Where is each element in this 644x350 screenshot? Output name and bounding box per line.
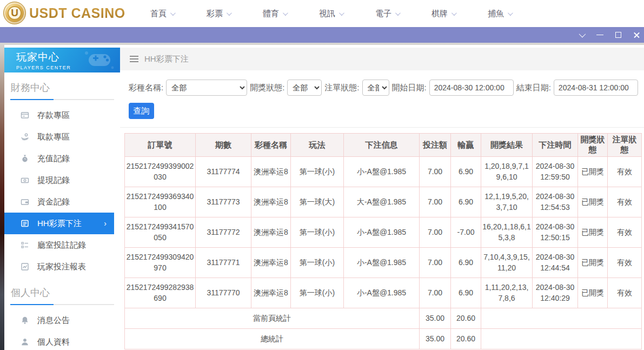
nav-item-label: 電子 xyxy=(375,9,391,19)
content-area: HH彩票下注 彩種名稱: 全部 開獎狀態: 全部 注單狀態: 全部 開始日期: … xyxy=(120,45,644,350)
winloss-total: 20.60 xyxy=(451,329,481,349)
cell: 6.90 xyxy=(451,248,481,278)
logo[interactable]: U USDT CASINO xyxy=(3,2,125,24)
cell: 有效 xyxy=(608,248,642,278)
divider xyxy=(10,99,114,100)
cell: 31177770 xyxy=(196,278,251,308)
cell: 7.00 xyxy=(420,248,451,278)
cell: 小-A盤@1.985 xyxy=(344,278,420,308)
nav-item-6[interactable]: 棋牌 xyxy=(415,9,472,19)
window-collapse-icon[interactable] xyxy=(577,31,586,39)
bets-table: 訂單號期數彩種名稱玩法下注信息投注額輸贏開獎結果下注時間開獎狀態注單狀態2152… xyxy=(124,133,642,349)
sidebar-item-label: 資金記錄 xyxy=(37,197,70,207)
filter-area: 彩種名稱: 全部 開獎狀態: 全部 注單狀態: 全部 開始日期: 結束日期: 查… xyxy=(120,70,644,128)
chevron-down-icon xyxy=(227,10,232,16)
cell: 小-A盤@1.985 xyxy=(344,217,420,248)
window-titlebar xyxy=(0,27,644,43)
document-icon xyxy=(21,219,29,228)
cell: 6.90 xyxy=(451,157,481,187)
cell: 12,1,19,5,20,3,7,10 xyxy=(481,187,533,217)
cell: 有效 xyxy=(608,157,642,187)
window-minimize-icon[interactable] xyxy=(596,31,604,39)
table-row: 215217249934157005031177772澳洲幸运8第一球(小)小-… xyxy=(125,217,642,248)
deposit-card-icon xyxy=(21,111,29,120)
breadcrumb: HH彩票下注 xyxy=(120,48,644,70)
sidebar-item-消息公告[interactable]: 消息公告 xyxy=(4,309,120,331)
sidebar: 玩家中心 PLAYERS CENTER 財務中心存款專區取款專區充值記錄提現記錄… xyxy=(4,45,120,350)
window-close-icon[interactable] xyxy=(633,31,641,39)
query-button[interactable]: 查詢 xyxy=(129,103,154,119)
chevron-down-icon xyxy=(452,10,457,16)
hamburger-icon[interactable] xyxy=(130,54,138,64)
cell: 有效 xyxy=(608,278,642,308)
end-date-input[interactable] xyxy=(554,80,638,96)
bet-total: 35.00 xyxy=(420,329,451,349)
cell: 2152172499399002030 xyxy=(125,157,196,187)
cell: 澳洲幸运8 xyxy=(251,278,291,308)
top-header: U USDT CASINO 首頁彩票體育視訊電子棋牌捕魚 xyxy=(0,0,644,27)
cell: 澳洲幸运8 xyxy=(251,187,291,217)
sidebar-item-取款專區[interactable]: 取款專區 xyxy=(4,126,120,148)
current-page-stats-row: 當前頁統計35.0020.60 xyxy=(125,308,642,329)
column-header: 下注信息 xyxy=(344,134,420,157)
lottery-name-select[interactable]: 全部 xyxy=(166,80,247,96)
table-header-row: 訂單號期數彩種名稱玩法下注信息投注額輸贏開獎結果下注時間開獎狀態注單狀態 xyxy=(125,134,642,157)
chevron-down-icon xyxy=(339,10,344,16)
section-title-finance: 財務中心 xyxy=(11,81,120,94)
nav-item-5[interactable]: 電子 xyxy=(359,9,415,19)
total-stats-row: 總統計35.0020.60 xyxy=(125,329,642,349)
sidebar-item-label: 消息公告 xyxy=(37,315,70,326)
window-maximize-icon[interactable] xyxy=(614,31,622,39)
banknote-icon xyxy=(21,176,29,184)
start-date-input[interactable] xyxy=(429,80,514,96)
sidebar-item-label: HH彩票下注 xyxy=(37,219,82,229)
sidebar-item-個人資料[interactable]: 個人資料 xyxy=(4,331,120,350)
cell: 2024-08-30 12:40:29 xyxy=(533,278,578,308)
cell: 有效 xyxy=(608,217,642,248)
nav-item-3[interactable]: 體育 xyxy=(247,9,303,19)
gamepad-icon xyxy=(81,50,116,70)
column-header: 玩法 xyxy=(291,134,344,157)
moneybag-icon xyxy=(21,154,29,163)
order-status-select[interactable]: 全部 xyxy=(362,80,389,96)
nav-item-1[interactable]: 首頁 xyxy=(134,9,190,19)
nav-item-2[interactable]: 彩票 xyxy=(190,9,247,19)
cell: 7.00 xyxy=(420,187,451,217)
sidebar-item-資金記錄[interactable]: 資金記錄 xyxy=(4,191,120,213)
sidebar-item-label: 廳室投註記錄 xyxy=(37,240,86,250)
sidebar-item-玩家投注報表[interactable]: 玩家投注報表 xyxy=(4,256,120,278)
sidebar-item-充值記錄[interactable]: 充值記錄 xyxy=(4,148,120,169)
column-header: 訂單號 xyxy=(125,134,196,157)
logo-coin-icon: U xyxy=(3,2,26,24)
cell: 第一球(大) xyxy=(291,187,344,217)
sidebar-item-HH彩票下注[interactable]: HH彩票下注› xyxy=(4,213,114,234)
table-row: 215217249930942097031177771澳洲幸运8第一球(小)小-… xyxy=(125,248,642,278)
cell: 31177772 xyxy=(196,217,251,248)
cell: 小-A盤@1.985 xyxy=(344,248,420,278)
cell: 小-A盤@1.985 xyxy=(344,157,420,187)
sidebar-item-存款專區[interactable]: 存款專區 xyxy=(4,104,120,126)
cell: 31177773 xyxy=(196,187,251,217)
cell: 大-A盤@1.985 xyxy=(344,187,420,217)
nav-item-label: 首頁 xyxy=(150,9,167,19)
draw-status-select[interactable]: 全部 xyxy=(287,80,322,96)
cell: 2152172499309420970 xyxy=(125,248,196,278)
nav-item-label: 捕魚 xyxy=(488,9,504,19)
cell: 7,10,4,3,9,15,11,20 xyxy=(481,248,533,278)
lottery-name-label: 彩種名稱: xyxy=(129,83,163,93)
sidebar-item-廳室投註記錄[interactable]: 廳室投註記錄 xyxy=(4,234,120,256)
nav-item-4[interactable]: 視訊 xyxy=(303,9,359,19)
sidebar-item-label: 取款專區 xyxy=(37,132,70,142)
cell: 第一球(小) xyxy=(291,248,344,278)
chevron-down-icon xyxy=(395,10,401,16)
cell: 2024-08-30 12:50:15 xyxy=(533,217,578,248)
sidebar-item-提現記錄[interactable]: 提現記錄 xyxy=(4,169,120,191)
main-nav: 首頁彩票體育視訊電子棋牌捕魚 xyxy=(134,0,528,27)
cell: 已開獎 xyxy=(578,187,608,217)
section-title-personal: 個人中心 xyxy=(11,286,120,299)
nav-item-7[interactable]: 捕魚 xyxy=(472,9,528,19)
cell: 1,11,20,2,13,7,8,6 xyxy=(481,278,533,308)
start-date-label: 開始日期: xyxy=(392,83,427,93)
cell: 已開獎 xyxy=(578,248,608,278)
cell: 1,20,18,9,7,19,6,10 xyxy=(481,157,533,187)
